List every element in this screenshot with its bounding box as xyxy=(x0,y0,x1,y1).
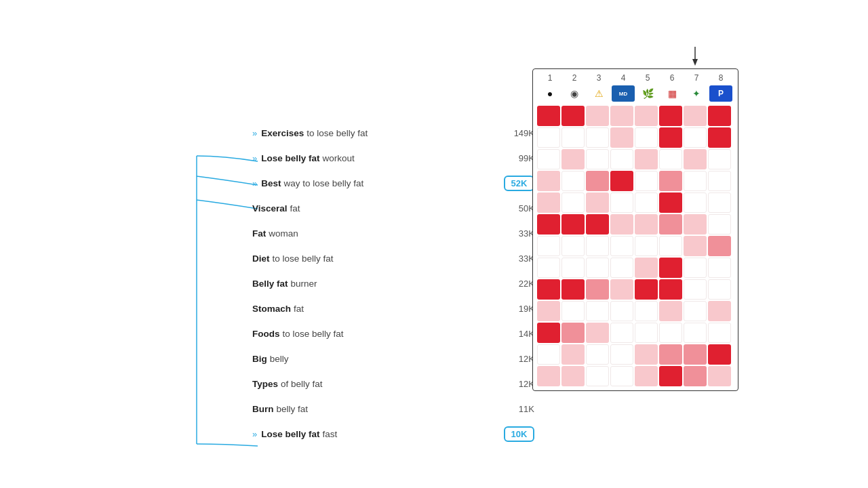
intent-bold-1: Exercises xyxy=(261,128,304,138)
chevrons-icon-2: » xyxy=(252,153,257,163)
heatmap-cell-8-1 xyxy=(537,258,560,278)
intent-normal-6: to lose belly fat xyxy=(273,253,334,264)
search-intents-section: »Exercises to lose belly fat149K»Lose be… xyxy=(251,105,536,446)
heatmap-icon-4: MD xyxy=(612,85,635,102)
heatmap-cell-10-4 xyxy=(610,301,633,321)
heatmap-number-3: 3 xyxy=(587,73,610,83)
heatmap-cell-10-8 xyxy=(708,301,731,321)
intent-volume-5: 33K xyxy=(504,228,534,239)
heatmap-cell-6-3 xyxy=(586,214,609,235)
heatmap-cell-1-1 xyxy=(537,106,560,126)
intent-volume-3: 52K xyxy=(504,176,534,191)
heatmap-row-8 xyxy=(537,258,734,278)
intent-normal-10: belly xyxy=(270,354,289,364)
heatmap-row-12 xyxy=(537,344,734,365)
heatmap-cell-8-4 xyxy=(610,258,633,278)
heatmap-cell-1-3 xyxy=(586,106,609,126)
intent-bold-2: Lose belly fat xyxy=(261,153,319,163)
intent-row-13: »Lose belly fat fast10K xyxy=(251,422,536,446)
heatmap-cell-9-1 xyxy=(537,279,560,300)
heatmap-cell-2-5 xyxy=(635,127,658,148)
intent-normal-13: fast xyxy=(323,429,338,439)
intent-row-6: Diet to lose belly fat33K xyxy=(251,247,536,270)
heatmap-row-2 xyxy=(537,127,734,148)
heatmap-cell-11-5 xyxy=(635,323,658,343)
heatmap-cell-9-4 xyxy=(610,279,633,300)
heatmap-cell-4-3 xyxy=(586,171,609,191)
heatmap-icon-6: ▦ xyxy=(660,85,684,102)
intent-row-3: »Best way to lose belly fat52K xyxy=(251,171,536,195)
heatmap-wrapper: 12345678 ●◉⚠MD🌿▦✦P xyxy=(532,68,738,391)
heatmap-arrow xyxy=(532,47,844,67)
heatmap-cell-12-6 xyxy=(659,344,682,365)
heatmap-cell-9-7 xyxy=(684,279,707,300)
heatmap-cell-2-8 xyxy=(708,127,731,148)
heatmap-cell-4-8 xyxy=(708,171,731,191)
heatmap-cell-3-5 xyxy=(635,149,658,169)
intent-bold-11: Types xyxy=(252,379,278,389)
heatmap-cell-12-1 xyxy=(537,344,560,365)
heatmap-title xyxy=(532,27,844,41)
heatmap-cell-11-8 xyxy=(708,323,731,343)
heatmap-cell-7-1 xyxy=(537,236,560,256)
heatmap-cell-10-7 xyxy=(684,301,707,321)
intent-label-2: »Lose belly fat workout xyxy=(252,153,355,163)
heatmap-cell-3-2 xyxy=(561,149,585,169)
intent-volume-11: 12K xyxy=(504,379,534,389)
heatmap-cell-12-5 xyxy=(635,344,658,365)
intent-label-5: Fat woman xyxy=(252,228,298,239)
intent-bold-8: Stomach xyxy=(252,304,291,314)
heatmap-cell-12-7 xyxy=(684,344,707,365)
heatmap-cell-3-6 xyxy=(659,149,682,169)
heatmap-cell-11-2 xyxy=(561,323,585,343)
intent-row-8: Stomach fat19K xyxy=(251,297,536,321)
intent-volume-12: 11K xyxy=(504,404,534,414)
heatmap-number-2: 2 xyxy=(563,73,586,83)
intent-normal-11: of belly fat xyxy=(281,379,323,389)
heatmap-cell-12-4 xyxy=(610,344,633,365)
heatmap-icon-5: 🌿 xyxy=(636,85,659,102)
intent-bold-13: Lose belly fat xyxy=(261,429,319,439)
heatmap-cell-2-2 xyxy=(561,127,585,148)
heatmap-cell-5-5 xyxy=(635,192,658,213)
heatmap-cell-4-5 xyxy=(635,171,658,191)
heatmap-cell-2-3 xyxy=(586,127,609,148)
heatmap-row-3 xyxy=(537,149,734,169)
heatmap-cell-4-4 xyxy=(610,171,633,191)
heatmap-cell-7-3 xyxy=(586,236,609,256)
heatmap-cell-5-4 xyxy=(610,192,633,213)
heatmap-icon-7: ✦ xyxy=(685,85,708,102)
heatmap-cell-7-4 xyxy=(610,236,633,256)
heatmap-cell-11-7 xyxy=(684,323,707,343)
intent-row-9: Foods to lose belly fat14K xyxy=(251,322,536,346)
heatmap-cell-3-4 xyxy=(610,149,633,169)
intent-bold-9: Foods xyxy=(252,329,280,339)
intent-bold-12: Burn xyxy=(252,404,274,414)
intent-label-10: Big belly xyxy=(252,354,289,364)
heatmap-cell-10-6 xyxy=(659,301,682,321)
heatmap-grid xyxy=(537,106,734,386)
intent-bold-10: Big xyxy=(252,354,267,364)
heatmap-cell-7-2 xyxy=(561,236,585,256)
chevrons-icon-13: » xyxy=(252,429,257,439)
intent-row-5: Fat woman33K xyxy=(251,222,536,245)
heatmap-row-1 xyxy=(537,106,734,126)
heatmap-cell-6-1 xyxy=(537,214,560,235)
heatmap-row-13 xyxy=(537,366,734,386)
heatmap-cell-2-7 xyxy=(684,127,707,148)
intent-label-8: Stomach fat xyxy=(252,304,304,314)
heatmap-cell-3-8 xyxy=(708,149,731,169)
intent-normal-4: fat xyxy=(290,203,300,214)
heatmap-cell-5-3 xyxy=(586,192,609,213)
heatmap-cell-6-8 xyxy=(708,214,731,235)
intent-normal-3: way to lose belly fat xyxy=(284,178,364,188)
left-audience-label xyxy=(68,183,180,235)
intent-bold-6: Diet xyxy=(252,253,270,264)
heatmap-cell-10-2 xyxy=(561,301,585,321)
intent-volume-4: 50K xyxy=(504,203,534,214)
heatmap-cell-5-8 xyxy=(708,192,731,213)
heatmap-cell-5-6 xyxy=(659,192,682,213)
intent-volume-10: 12K xyxy=(504,354,534,364)
intent-row-11: Types of belly fat12K xyxy=(251,372,536,396)
intent-volume-2: 99K xyxy=(504,153,534,163)
